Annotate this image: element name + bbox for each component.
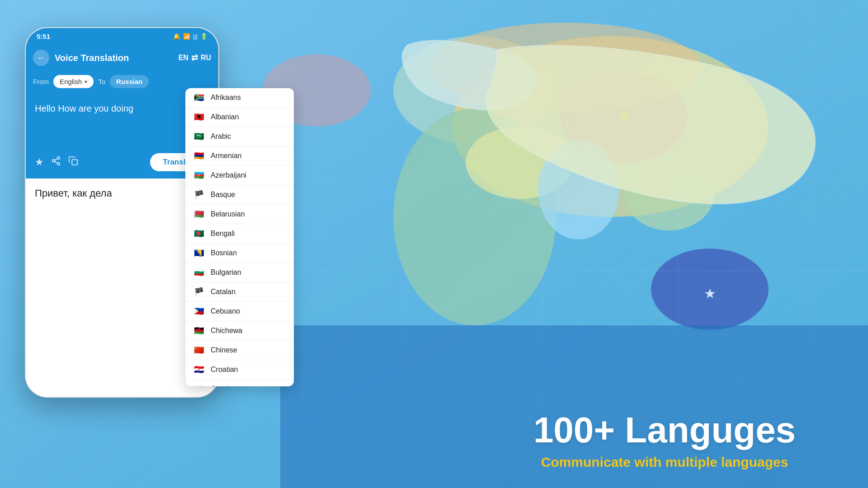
from-label: From xyxy=(33,78,49,85)
language-list-item[interactable]: 🏴Basque xyxy=(185,185,294,205)
back-button[interactable]: ← xyxy=(33,50,49,66)
language-list-item[interactable]: 🇵🇭Cebuano xyxy=(185,302,294,321)
flag-icon: 🇸🇦 xyxy=(193,132,205,141)
flag-icon: 🇲🇼 xyxy=(193,326,205,335)
flag-icon: 🇨🇿 xyxy=(193,385,205,386)
language-list-item[interactable]: 🇿🇦Afrikaans xyxy=(185,88,294,108)
to-label: To xyxy=(98,78,105,85)
flag-icon: 🇵🇭 xyxy=(193,307,205,316)
flag-icon: 🇦🇿 xyxy=(193,171,205,180)
language-list-item[interactable]: 🇦🇿Azerbaijani xyxy=(185,166,294,185)
flag-icon: 🇦🇲 xyxy=(193,151,205,160)
language-list-item[interactable]: 🇦🇱Albanian xyxy=(185,108,294,127)
language-list-item[interactable]: 🏴Catalan xyxy=(185,282,294,302)
language-name: Armenian xyxy=(211,152,241,160)
flag-icon: 🇿🇦 xyxy=(193,93,205,102)
from-lang-code: EN xyxy=(179,54,189,62)
language-list-item[interactable]: 🇸🇦Arabic xyxy=(185,127,294,146)
svg-point-22 xyxy=(57,157,60,160)
flag-icon: 🇧🇦 xyxy=(193,249,205,258)
language-name: Bengali xyxy=(211,230,235,238)
language-name: Azerbaijani xyxy=(211,171,246,179)
flag-icon: 🇦🇱 xyxy=(193,113,205,122)
battery-icon: 🔋 xyxy=(200,33,208,40)
status-time: 5:51 xyxy=(37,33,50,40)
svg-line-26 xyxy=(55,159,57,160)
language-name: Catalan xyxy=(211,288,236,296)
language-name: Arabic xyxy=(211,132,231,141)
language-list-item[interactable]: 🇭🇷Croatian xyxy=(185,360,294,380)
status-bar: 5:51 🔔 📶 ||| 🔋 xyxy=(26,28,218,44)
from-language-text: English xyxy=(60,78,82,85)
language-name: Chinese xyxy=(211,346,237,354)
dropdown-arrow-icon: ▾ xyxy=(85,79,87,85)
language-name: Cebuano xyxy=(211,307,240,315)
language-name: Afrikaans xyxy=(211,94,241,102)
language-name: Belarusian xyxy=(211,210,245,218)
to-lang-code: RU xyxy=(201,54,211,62)
language-list-item[interactable]: 🇧🇬Bulgarian xyxy=(185,263,294,282)
language-name: Croatian xyxy=(211,366,238,374)
status-icons: 🔔 📶 ||| 🔋 xyxy=(173,33,208,40)
svg-text:★: ★ xyxy=(704,286,716,301)
language-name: Albanian xyxy=(211,113,239,121)
language-list-item[interactable]: 🇧🇾Belarusian xyxy=(185,205,294,224)
share-button[interactable] xyxy=(51,156,61,169)
flag-icon: 🇧🇩 xyxy=(193,229,205,238)
svg-point-23 xyxy=(52,160,55,162)
svg-line-25 xyxy=(55,161,57,163)
language-list-item[interactable]: 🇦🇲Armenian xyxy=(185,146,294,166)
language-list-item[interactable]: 🇨🇳Chinese xyxy=(185,341,294,360)
flag-icon: 🇭🇷 xyxy=(193,365,205,374)
svg-point-24 xyxy=(57,163,60,165)
app-title: Voice Translation xyxy=(55,53,173,63)
promo-title: 100+ Languges xyxy=(488,410,841,450)
from-language-dropdown[interactable]: English ▾ xyxy=(53,75,94,88)
flag-icon: 🇧🇬 xyxy=(193,268,205,277)
language-list-item[interactable]: 🇧🇩Bengali xyxy=(185,224,294,244)
language-name: Czech xyxy=(211,385,231,386)
language-name: Bulgarian xyxy=(211,268,241,277)
flag-icon: 🏴 xyxy=(193,287,205,296)
promo-subtitle: Communicate with multiple languages xyxy=(488,455,841,470)
language-name: Bosnian xyxy=(211,249,237,257)
language-list-item[interactable]: 🇧🇦Bosnian xyxy=(185,244,294,263)
svg-rect-27 xyxy=(72,160,77,165)
copy-button[interactable] xyxy=(68,156,78,169)
notification-icon: 🔔 xyxy=(173,33,180,40)
flag-icon: 🏴 xyxy=(193,190,205,199)
favorite-button[interactable]: ★ xyxy=(35,156,44,168)
to-language-display: Russian xyxy=(110,75,149,88)
input-text: Hello How are you doing xyxy=(35,102,209,115)
language-name: Chichewa xyxy=(211,327,242,335)
app-header: ← Voice Translation EN ⇄ RU xyxy=(26,44,218,71)
language-list-item[interactable]: 🇨🇿Czech xyxy=(185,380,294,386)
wifi-icon: 📶 xyxy=(183,33,190,40)
flag-icon: 🇧🇾 xyxy=(193,210,205,219)
output-text: Привет, как дела xyxy=(35,188,209,199)
language-list-item[interactable]: 🇲🇼Chichewa xyxy=(185,321,294,341)
swap-icon[interactable]: ⇄ xyxy=(191,53,198,63)
language-list-dropdown[interactable]: 🇿🇦Afrikaans🇦🇱Albanian🇸🇦Arabic🇦🇲Armenian🇦… xyxy=(185,88,294,386)
promo-content: 100+ Languges Communicate with multiple … xyxy=(461,392,868,488)
language-name: Basque xyxy=(211,191,235,199)
language-codes: EN ⇄ RU xyxy=(179,53,211,63)
signal-icon: ||| xyxy=(193,33,198,40)
flag-icon: 🇨🇳 xyxy=(193,346,205,355)
